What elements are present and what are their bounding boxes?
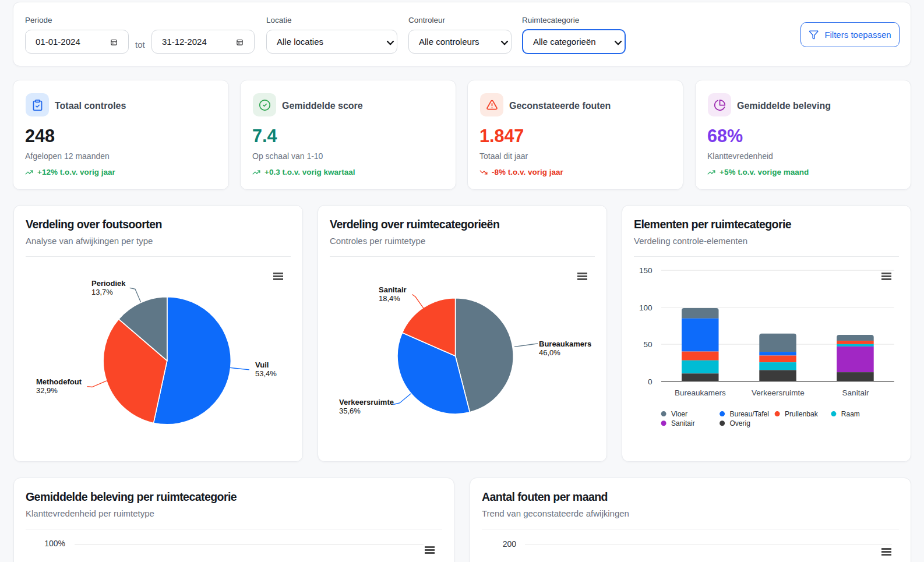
svg-text:0: 0 xyxy=(648,377,653,386)
svg-text:Raam: Raam xyxy=(841,410,860,418)
svg-text:50: 50 xyxy=(643,340,652,349)
svg-text:32,9%: 32,9% xyxy=(36,386,58,395)
svg-text:18,4%: 18,4% xyxy=(379,294,400,303)
svg-text:53,4%: 53,4% xyxy=(255,369,277,378)
svg-text:100: 100 xyxy=(639,303,653,312)
svg-text:Vloer: Vloer xyxy=(671,410,687,418)
svg-text:Sanitair: Sanitair xyxy=(671,419,695,427)
svg-text:Bureaukamers: Bureaukamers xyxy=(675,388,726,397)
svg-text:35,6%: 35,6% xyxy=(339,407,361,415)
svg-text:Verkeersruimte: Verkeersruimte xyxy=(752,388,805,397)
svg-text:Bureaukamers: Bureaukamers xyxy=(539,340,591,348)
svg-text:150: 150 xyxy=(639,266,653,275)
svg-text:Periodiek: Periodiek xyxy=(91,279,126,288)
svg-text:Verkeersruimte: Verkeersruimte xyxy=(339,398,394,407)
svg-text:Overig: Overig xyxy=(730,419,750,427)
svg-text:Bureau/Tafel: Bureau/Tafel xyxy=(730,410,769,418)
svg-text:Prullenbak: Prullenbak xyxy=(785,410,819,418)
svg-text:13,7%: 13,7% xyxy=(91,288,113,296)
svg-text:46,0%: 46,0% xyxy=(539,348,560,357)
svg-text:Sanitair: Sanitair xyxy=(842,388,869,397)
svg-text:Sanitair: Sanitair xyxy=(379,285,407,294)
svg-text:Vuil: Vuil xyxy=(255,360,269,369)
svg-text:Methodefout: Methodefout xyxy=(36,377,82,386)
